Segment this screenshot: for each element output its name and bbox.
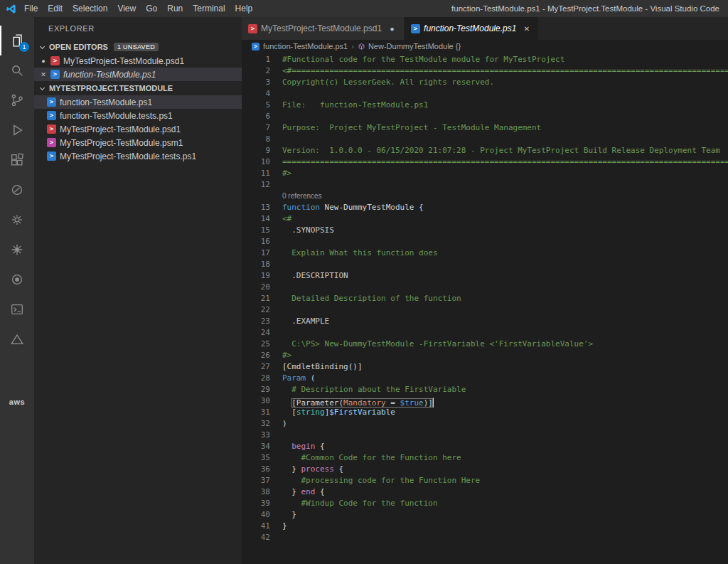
extensions-icon[interactable] (0, 145, 34, 175)
code-line-15[interactable]: .SYNOPSIS (270, 225, 334, 236)
tree-item[interactable]: >MyTestProject-TestModule.tests.ps1 (34, 149, 242, 163)
code-line-27[interactable]: [CmdletBinding()] (270, 361, 363, 373)
folder-label: MYTESTPROJECT.TESTMODULE (49, 84, 173, 92)
code-line-11[interactable]: #> (270, 168, 291, 179)
code-line-8[interactable] (270, 134, 282, 145)
menu-help[interactable]: Help (230, 0, 258, 17)
menu-edit[interactable]: Edit (43, 0, 68, 17)
unsaved-badge: 1 UNSAVED (114, 43, 159, 51)
code-line-10[interactable]: ========================================… (270, 156, 728, 168)
code-line-25[interactable]: C:\PS> New-DummyTestModule -FirstVariabl… (270, 339, 593, 350)
search-icon[interactable] (0, 55, 34, 85)
line-number: 15 (242, 225, 270, 236)
code-line-23[interactable]: .EXAMPLE (270, 316, 329, 327)
dirty-indicator[interactable]: ● (387, 25, 397, 33)
code-line-29[interactable]: # Description about the FirstVariable (270, 384, 466, 395)
code-line-41[interactable]: } (270, 521, 287, 532)
code-editor[interactable]: 1#Functional code for the TestModule mod… (242, 53, 728, 564)
code-line-35[interactable]: #Common Code for the Function here (270, 452, 461, 464)
chevron-down-icon (40, 43, 45, 48)
code-line-20[interactable] (270, 282, 282, 293)
code-line-1[interactable]: #Functional code for the TestModule modu… (270, 54, 564, 65)
asterisk-gear-icon[interactable] (0, 235, 34, 265)
line-number: 21 (242, 293, 270, 304)
tree-item[interactable]: >MyTestProject-TestModule.psd1 (34, 122, 242, 136)
tab-MyTestProject-TestModule.psd1[interactable]: >MyTestProject-TestModule.psd1● (242, 17, 405, 40)
title-bar: FileEditSelectionViewGoRunTerminalHelp f… (0, 0, 728, 17)
menu-go[interactable]: Go (141, 0, 162, 17)
source-control-icon[interactable] (0, 85, 34, 115)
run-debug-icon[interactable] (0, 115, 34, 145)
code-line-28[interactable]: Param ( (270, 373, 315, 384)
file-icon-psm1: > (47, 138, 56, 147)
menu-terminal[interactable]: Terminal (188, 0, 230, 17)
menu-file[interactable]: File (19, 0, 43, 17)
explorer-icon[interactable]: 1 (0, 26, 34, 55)
code-line-7[interactable]: Purpose: Project MyTestProject - TestMod… (270, 122, 541, 134)
code-line-4[interactable] (270, 88, 282, 100)
code-line-37[interactable]: #processing code for the Function Here (270, 475, 480, 486)
menu-selection[interactable]: Selection (68, 0, 112, 17)
triangle-icon[interactable] (0, 324, 34, 354)
code-line-42[interactable] (270, 532, 282, 543)
menu-view[interactable]: View (112, 0, 141, 17)
code-line-13[interactable]: function New-DummyTestModule { (270, 202, 424, 213)
code-line-30[interactable]: [Parameter(Mandatory = $true)] (270, 395, 434, 407)
code-line-19[interactable]: .DESCRIPTION (270, 270, 348, 282)
folder-header[interactable]: MYTESTPROJECT.TESTMODULE (34, 81, 242, 95)
code-line-18[interactable] (270, 259, 282, 270)
code-line-14[interactable]: <# (270, 213, 291, 225)
tree-item[interactable]: >function-TestModule.tests.ps1 (34, 109, 242, 122)
codelens-references[interactable]: 0 references (270, 191, 322, 202)
file-name: function-TestModule.ps1 (63, 70, 156, 80)
vscode-logo-icon[interactable] (6, 4, 16, 14)
tab-function-TestModule.ps1[interactable]: >function-TestModule.ps1✕ (405, 17, 539, 40)
powershell-file-icon: > (252, 43, 259, 50)
code-line-17[interactable]: Explain What this function does (270, 248, 438, 259)
code-line-22[interactable] (270, 304, 282, 316)
line-number: 22 (242, 304, 270, 316)
code-line-5[interactable]: File: function-TestModule.ps1 (270, 100, 428, 111)
circle-icon[interactable] (0, 175, 34, 205)
code-line-33[interactable] (270, 430, 282, 441)
code-line-6[interactable] (270, 111, 282, 122)
open-editors-header[interactable]: OPEN EDITORS 1 UNSAVED (34, 40, 242, 54)
code-line-12[interactable] (270, 179, 282, 191)
code-line-40[interactable]: } (270, 509, 296, 521)
code-line-34[interactable]: begin { (270, 441, 325, 452)
gear-circle-icon[interactable] (0, 265, 34, 294)
terminal-icon[interactable] (0, 294, 34, 324)
open-editor-item[interactable]: ●>MyTestProject-TestModule.psd1 (34, 54, 242, 68)
gear-icon[interactable] (0, 205, 34, 235)
code-line-24[interactable] (270, 327, 282, 339)
line-number: 13 (242, 202, 270, 213)
code-line-32[interactable]: ) (270, 418, 287, 430)
line-number: 34 (242, 441, 270, 452)
aws-logo[interactable]: aws (0, 387, 34, 417)
code-line-9[interactable]: Version: 1.0.0.0 - 06/15/2020 21:07:28 -… (270, 145, 720, 156)
tree-item[interactable]: >function-TestModule.ps1 (34, 95, 242, 109)
breadcrumb-symbol[interactable]: New-DummyTestModule {} (368, 42, 461, 50)
window-title: function-TestModule.ps1 - MyTestProject.… (451, 0, 719, 17)
code-line-16[interactable] (270, 236, 282, 248)
code-line-21[interactable]: Detailed Description of the function (270, 293, 461, 304)
code-line-38[interactable]: } end { (270, 486, 325, 498)
code-line-39[interactable]: #Windup Code for the function (270, 498, 438, 509)
close-icon[interactable]: ✕ (521, 25, 532, 33)
line-number: 37 (242, 475, 270, 486)
code-line-3[interactable]: Copyright(c) LesserGeek. All rights rese… (270, 77, 494, 88)
explorer-sidebar: EXPLORER OPEN EDITORS 1 UNSAVED ●>MyTest… (34, 17, 242, 564)
open-editors-label: OPEN EDITORS (49, 43, 108, 51)
tree-item[interactable]: >MyTestProject-TestModule.psm1 (34, 136, 242, 149)
code-line-26[interactable]: #> (270, 350, 291, 361)
line-number: 18 (242, 259, 270, 270)
menu-run[interactable]: Run (162, 0, 188, 17)
line-number: 28 (242, 373, 270, 384)
code-line-31[interactable]: [string]$FirstVariable (270, 407, 395, 418)
breadcrumb-file[interactable]: function-TestModule.ps1 (263, 42, 348, 50)
close-icon[interactable]: ✕ (38, 71, 48, 78)
code-line-2[interactable]: <#======================================… (270, 65, 728, 77)
code-line-36[interactable]: } process { (270, 464, 343, 475)
open-editor-item[interactable]: ✕>function-TestModule.ps1 (34, 68, 242, 81)
line-number: 33 (242, 430, 270, 441)
